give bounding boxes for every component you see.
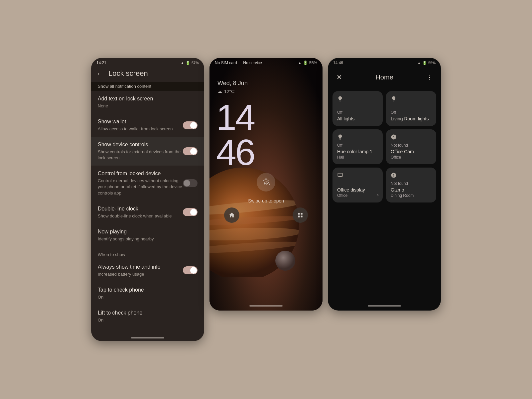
now-playing-sublabel: Identify songs playing nearby [98, 236, 154, 242]
card-status-office-display: Office display Office [337, 186, 378, 198]
card-status-living-room: Off Living Room lights [391, 110, 432, 121]
svg-rect-9 [298, 216, 300, 217]
control-locked-text: Control from locked device Control exter… [98, 170, 183, 196]
device-card-office-cam[interactable]: Not found Office Cam Office [386, 129, 436, 164]
weather-icon: ☁ [217, 89, 222, 94]
svg-rect-7 [298, 213, 300, 215]
lockscreen-status-icons: ▲ 🔋 55% [298, 61, 317, 65]
card-status-office-cam: Not found Office Cam Office [391, 143, 432, 160]
add-text-sublabel: None [98, 103, 153, 109]
device-card-gizmo[interactable]: Not found Gizmo Dining Room [386, 168, 436, 202]
show-wallet-toggle[interactable] [183, 121, 198, 129]
tap-check-sublabel: On [98, 294, 144, 300]
card-status-all-lights: Off All lights [337, 110, 378, 121]
device-controls-toggle[interactable] [183, 147, 198, 155]
notification-content-bar: Show all notification content [91, 82, 204, 91]
home-bar-3 [368, 305, 401, 307]
setting-add-text[interactable]: Add text on lock screen None [91, 91, 204, 114]
card-icon-living-room [391, 96, 432, 103]
double-clock-text: Double-line clock Show double-line clock… [98, 205, 172, 219]
fingerprint-button[interactable] [257, 173, 275, 192]
setting-lift-check[interactable]: Lift to check phone On [91, 305, 204, 328]
toggle-knob-4 [190, 209, 197, 215]
double-clock-toggle[interactable] [183, 208, 198, 216]
setting-always-show[interactable]: Always show time and info Increased batt… [91, 259, 204, 282]
sim-status: No SIM card — No service [215, 61, 262, 65]
wifi-icon-3: ▲ [417, 61, 421, 65]
settings-list: Add text on lock screen None Show wallet… [91, 91, 204, 334]
all-lights-name: All lights [337, 116, 378, 121]
screens-container: 14:21 ▲ 🔋 57% ← Lock screen Show all not… [75, 38, 457, 361]
always-show-toggle[interactable] [183, 266, 198, 274]
setting-control-locked[interactable]: Control from locked device Control exter… [91, 166, 204, 200]
double-clock-label: Double-line clock [98, 205, 172, 212]
hue-lamp-status: Off [337, 143, 378, 148]
home-indicator-2 [209, 303, 323, 309]
home-bar-1 [131, 337, 164, 338]
status-icons-3: ▲ 🔋 55% [417, 61, 436, 65]
status-bar-3: 14:46 ▲ 🔋 55% [328, 58, 441, 66]
control-locked-label: Control from locked device [98, 170, 183, 177]
toggle-knob-3 [184, 180, 190, 187]
tap-check-label: Tap to check phone [98, 287, 144, 294]
close-button[interactable]: ✕ [333, 71, 345, 83]
status-bar-1: 14:21 ▲ 🔋 57% [91, 58, 204, 66]
setting-double-clock[interactable]: Double-line clock Show double-line clock… [91, 201, 204, 224]
lockscreen-battery: 🔋 [303, 61, 308, 65]
battery-level-1: 57% [192, 61, 199, 65]
recents-nav-button[interactable] [293, 207, 308, 223]
toggle-knob [190, 122, 197, 129]
always-show-sublabel: Increased battery usage [98, 271, 161, 277]
setting-device-controls[interactable]: Show device controls Show controls for e… [91, 137, 204, 166]
device-card-office-display[interactable]: Office display Office › [332, 168, 383, 202]
home-indicator-3 [328, 303, 441, 309]
battery-icon-3: 🔋 [422, 61, 427, 65]
now-playing-label: Now playing [98, 228, 154, 235]
bulb-icon-living-room [391, 96, 397, 102]
gizmo-name: Gizmo [391, 187, 432, 193]
more-icon: ⋮ [426, 73, 433, 81]
lift-check-sublabel: On [98, 317, 142, 323]
setting-now-playing[interactable]: Now playing Identify songs playing nearb… [91, 224, 204, 247]
lift-check-text: Lift to check phone On [98, 310, 142, 323]
lockscreen-weather: ☁ 12°C [209, 88, 323, 97]
home-nav-button[interactable] [224, 207, 239, 223]
status-time-1: 14:21 [96, 61, 106, 65]
notification-content-label: Show all notification content [98, 84, 151, 89]
gizmo-location: Dining Room [391, 193, 432, 198]
lockscreen-status-bar: No SIM card — No service ▲ 🔋 55% [209, 58, 323, 66]
bulb-icon-all-lights [337, 96, 343, 102]
office-display-name: Office display [337, 187, 378, 193]
device-card-hue-lamp[interactable]: Off Hue color lamp 1 Hall [332, 129, 383, 164]
device-card-all-lights[interactable]: Off All lights [332, 91, 383, 126]
setting-show-wallet[interactable]: Show wallet Allow access to wallet from … [91, 114, 204, 137]
lift-check-label: Lift to check phone [98, 310, 142, 317]
setting-tap-check[interactable]: Tap to check phone On [91, 282, 204, 305]
home-icon [228, 212, 235, 218]
card-status-hue-lamp: Off Hue color lamp 1 Hall [337, 143, 378, 160]
device-controls-text: Show device controls Show controls for e… [98, 141, 183, 161]
warning-icon-office-cam [391, 134, 397, 140]
control-locked-toggle[interactable] [183, 179, 198, 187]
card-icon-office-cam [391, 134, 432, 141]
card-icon-all-lights [337, 96, 378, 103]
bulb-icon-hue [337, 134, 343, 140]
when-to-show-section: When to show [91, 247, 204, 259]
device-card-living-room[interactable]: Off Living Room lights [386, 91, 436, 126]
show-wallet-label: Show wallet [98, 118, 173, 125]
weather-temp: 12°C [224, 89, 234, 94]
lockscreen-bottom: Swipe up to open [209, 173, 323, 228]
fingerprint-icon [262, 178, 270, 187]
show-wallet-text: Show wallet Allow access to wallet from … [98, 118, 173, 132]
lockscreen-battery-level: 55% [309, 61, 317, 65]
back-button[interactable]: ← [96, 70, 103, 77]
more-options-button[interactable]: ⋮ [424, 71, 436, 83]
device-controls-sublabel: Show controls for external devices from … [98, 149, 183, 161]
office-cam-location: Office [391, 155, 432, 160]
now-playing-text: Now playing Identify songs playing nearb… [98, 228, 154, 242]
lockscreen-nav [217, 207, 315, 223]
toggle-knob-2 [190, 148, 197, 155]
wifi-icon-1: ▲ [181, 61, 184, 65]
office-display-chevron: › [377, 192, 379, 198]
lockscreen-wifi-icon: ▲ [298, 61, 302, 65]
